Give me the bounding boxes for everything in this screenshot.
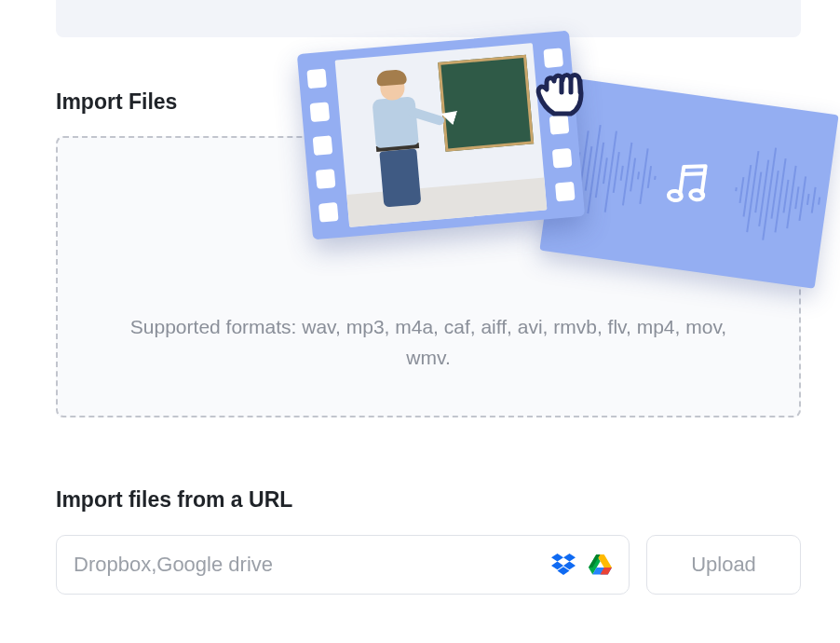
file-drop-zone[interactable]: Supported formats: wav, mp3, m4a, caf, a… — [56, 136, 801, 417]
dropbox-icon — [551, 554, 576, 576]
url-input-container — [56, 535, 630, 595]
import-files-title: Import Files — [56, 89, 177, 115]
import-url-title: Import files from a URL — [56, 487, 292, 513]
svg-line-34 — [819, 198, 820, 205]
svg-marker-41 — [563, 554, 576, 562]
url-input[interactable] — [74, 553, 551, 577]
provider-icons — [551, 554, 612, 576]
svg-line-32 — [807, 194, 809, 205]
previous-section-card — [56, 0, 801, 37]
google-drive-icon — [589, 554, 612, 575]
supported-formats-text: Supported formats: wav, mp3, m4a, caf, a… — [112, 311, 745, 374]
url-import-row: Upload — [56, 535, 801, 595]
upload-button[interactable]: Upload — [646, 535, 801, 595]
svg-line-33 — [812, 187, 816, 213]
svg-marker-40 — [551, 554, 563, 562]
grab-cursor-icon — [534, 50, 604, 121]
